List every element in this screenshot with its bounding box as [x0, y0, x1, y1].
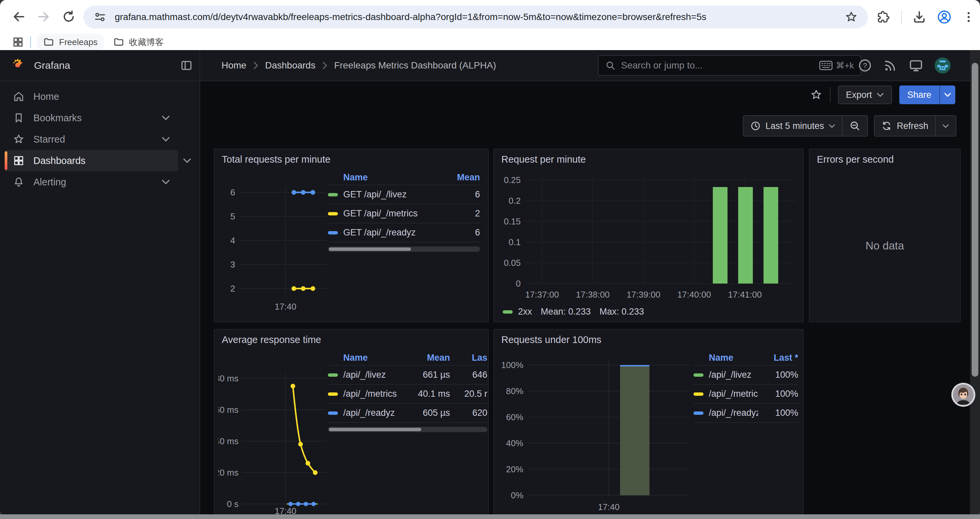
series-color-swatch[interactable]	[694, 412, 703, 415]
sidebar-item-home[interactable]: Home	[5, 86, 178, 107]
legend-header-mean[interactable]: Mean	[443, 172, 480, 183]
svg-text:6: 6	[231, 187, 235, 197]
series-color-swatch[interactable]	[328, 374, 338, 377]
url-text[interactable]: grafana.mathmast.com/d/deytv4rwavabkb/fr…	[115, 12, 845, 22]
series-color-swatch[interactable]	[694, 393, 703, 396]
share-menu-button[interactable]	[939, 86, 955, 104]
bookmark-icon	[13, 112, 25, 124]
panel-title[interactable]: Errors per second	[817, 154, 894, 165]
gridlines	[242, 372, 326, 505]
legend-header-mean[interactable]: Mean	[400, 353, 450, 363]
panel-title[interactable]: Total requests per minute	[222, 154, 331, 165]
grafana-brand-name: Grafana	[34, 60, 70, 71]
bookmark-star-icon[interactable]	[845, 10, 858, 24]
chevron-down-icon[interactable]	[161, 179, 170, 185]
panel-avg-response-time: Average response time 80 ms 60 ms 40 ms …	[214, 329, 488, 514]
zoom-out-button[interactable]	[842, 116, 867, 136]
legend-row[interactable]: /api/_/readyz 100%	[694, 404, 798, 423]
panel-total-requests: Total requests per minute 6 5 4 3 2	[214, 149, 488, 322]
floating-assistant-avatar[interactable]	[951, 383, 975, 407]
breadcrumb-home[interactable]: Home	[221, 60, 247, 71]
refresh-interval-button[interactable]	[935, 116, 956, 136]
share-button[interactable]: Share	[899, 86, 939, 104]
browser-menu-icon[interactable]	[962, 10, 975, 24]
series-color-swatch[interactable]	[328, 393, 338, 396]
series-last: 646	[450, 370, 487, 380]
series-color-swatch[interactable]	[328, 212, 338, 216]
sidebar-item-starred[interactable]: Starred	[5, 129, 178, 150]
page-scrollbar[interactable]	[970, 50, 980, 514]
refresh-button[interactable]: Refresh	[875, 116, 935, 136]
legend-row[interactable]: /api/_/readyz 605 µs 620	[328, 404, 487, 423]
search-input[interactable]: Search or jump to... ⌘+k	[598, 55, 861, 76]
legend-row[interactable]: GET /api/_/livez 6	[328, 185, 480, 204]
apps-grid-icon[interactable]	[12, 36, 24, 48]
legend-row[interactable]: GET /api/_/metrics 2	[328, 204, 480, 224]
time-range-picker[interactable]: Last 5 minutes	[743, 116, 842, 136]
help-icon[interactable]: ?	[858, 58, 872, 72]
legend-header-name[interactable]: Name	[694, 353, 758, 363]
back-icon	[11, 10, 26, 24]
monitor-icon[interactable]	[908, 58, 923, 73]
forward-button[interactable]	[34, 7, 53, 26]
legend-item-2xx[interactable]: 2xx	[503, 307, 532, 317]
series-color-swatch[interactable]	[328, 231, 338, 235]
panel-title[interactable]: Request per minute	[501, 154, 586, 165]
page-scrollbar-thumb[interactable]	[972, 63, 978, 377]
legend-row[interactable]: /api/_/livez 661 µs 646	[328, 366, 487, 385]
legend-header-last[interactable]: Last *	[758, 353, 798, 363]
legend-row[interactable]: /api/_/metrics 40.1 ms 20.5 r	[328, 385, 487, 404]
legend-scrollbar-thumb[interactable]	[329, 428, 421, 431]
svg-text:0.15: 0.15	[504, 216, 521, 227]
sidebar-item-dashboards[interactable]: Dashboards	[5, 150, 178, 171]
site-settings-icon[interactable]	[94, 10, 107, 24]
legend-scrollbar[interactable]	[328, 246, 480, 252]
profile-icon[interactable]	[937, 10, 952, 25]
series-mean: 661 µs	[400, 370, 450, 380]
home-icon	[13, 91, 25, 102]
legend-header-last[interactable]: Las	[450, 353, 487, 363]
svg-text:2: 2	[231, 284, 235, 294]
series-color-swatch[interactable]	[328, 193, 338, 196]
download-icon[interactable]	[912, 10, 927, 24]
legend-row[interactable]: /api/_/metrics 100%	[694, 385, 798, 404]
chevron-down-icon[interactable]	[183, 158, 191, 163]
series-name: 2xx	[518, 307, 532, 317]
series-mean: 40.1 ms	[400, 389, 450, 399]
export-button[interactable]: Export	[838, 86, 892, 104]
legend-row[interactable]: GET /api/_/readyz 6	[328, 224, 480, 243]
breadcrumb-dashboards[interactable]: Dashboards	[265, 60, 315, 71]
chevron-down-icon[interactable]	[161, 137, 170, 142]
series-mean: 6	[443, 189, 480, 200]
y-axis-labels: 6 5 4 3 2	[231, 187, 235, 294]
grafana-logo[interactable]	[10, 58, 25, 73]
favorite-star-icon[interactable]	[810, 88, 822, 101]
url-bar[interactable]: grafana.mathmast.com/d/deytv4rwavabkb/fr…	[83, 6, 868, 29]
legend-scrollbar-thumb[interactable]	[329, 248, 411, 251]
extensions-icon[interactable]	[877, 10, 891, 24]
bookmark-folder-freeleaps[interactable]: Freeleaps	[37, 34, 104, 50]
legend-header-name[interactable]: Name	[328, 353, 400, 363]
chevron-down-icon[interactable]	[161, 115, 170, 121]
back-button[interactable]	[10, 7, 28, 26]
legend-header-name[interactable]: Name	[328, 172, 443, 183]
bookmark-folder-blogs[interactable]: 收藏博客	[107, 34, 170, 51]
panel-title[interactable]: Requests under 100ms	[501, 334, 601, 345]
reload-button[interactable]	[59, 7, 78, 26]
user-avatar[interactable]	[935, 57, 951, 73]
svg-text:0.2: 0.2	[509, 196, 521, 206]
sidebar-item-label: Alerting	[33, 177, 66, 188]
news-rss-icon[interactable]	[883, 58, 897, 72]
series-color-swatch[interactable]	[694, 374, 703, 377]
panel-title[interactable]: Average response time	[222, 334, 321, 345]
refresh-label: Refresh	[897, 121, 928, 131]
request-per-minute-chart: 0.25 0.2 0.15 0.1 0.05 0 17:37:00	[499, 167, 799, 317]
dock-sidebar-icon[interactable]	[180, 59, 193, 72]
series-name: GET /api/_/readyz	[343, 227, 415, 238]
sidebar-item-bookmarks[interactable]: Bookmarks	[5, 107, 178, 129]
legend-table: Name Last * /api/_/livez 100% /api/_/met…	[694, 350, 798, 423]
legend-row[interactable]: /api/_/livez 100%	[694, 366, 798, 385]
legend-scrollbar[interactable]	[328, 427, 487, 432]
sidebar-item-alerting[interactable]: Alerting	[5, 171, 178, 193]
series-color-swatch[interactable]	[328, 412, 338, 415]
